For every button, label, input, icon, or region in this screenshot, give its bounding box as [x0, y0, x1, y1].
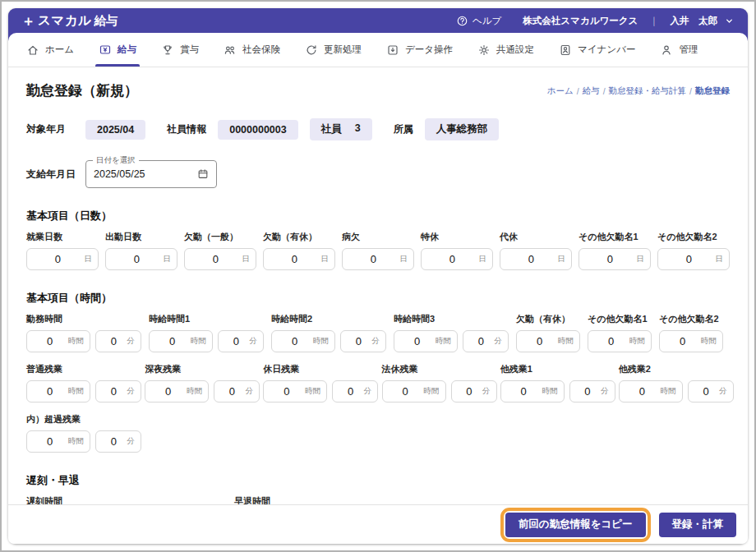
field-group: 特休 0日: [421, 231, 493, 270]
number-input[interactable]: 0日: [500, 248, 572, 270]
chevron-down-icon: [724, 16, 735, 26]
number-input[interactable]: 0時間: [26, 430, 90, 453]
number-input[interactable]: 0時間: [149, 330, 213, 352]
nav-item-payroll[interactable]: 給与: [99, 33, 136, 67]
input-value: 0: [155, 335, 189, 347]
input-value: 0: [102, 435, 126, 448]
number-input[interactable]: 0日: [657, 248, 730, 270]
number-input[interactable]: 0日: [421, 248, 493, 270]
number-input[interactable]: 0日: [579, 248, 651, 270]
nav-label: 共通設定: [496, 44, 534, 56]
number-input[interactable]: 0分: [95, 380, 141, 402]
input-unit: 時間: [68, 336, 84, 347]
field-inputs: 0時間0分: [394, 330, 509, 352]
pay-date-label: 支給年月日: [26, 168, 85, 182]
nav-label: 社会保険: [242, 44, 280, 56]
field-label: 休日残業: [263, 363, 374, 375]
breadcrumb-item: 勤怠登録・給与計算 /: [609, 85, 692, 97]
number-input[interactable]: 0時間: [271, 330, 335, 352]
register-calculate-button[interactable]: 登録・計算: [659, 513, 737, 537]
header-right: ヘルプ 株式会社スマカルワークス ｜ 入井 太郎: [456, 15, 735, 27]
field-label: 普通残業: [26, 363, 137, 375]
page-title: 勤怠登録（新規）: [26, 81, 138, 100]
field-group: 欠勤（有休） 0時間: [516, 313, 580, 352]
nav-item-mynumber[interactable]: マイナンバー: [559, 33, 635, 67]
number-input[interactable]: 0分: [214, 380, 260, 402]
logo-product-text: 給与: [94, 13, 118, 29]
number-input[interactable]: 0時間: [263, 380, 327, 402]
nav-item-home[interactable]: ホーム: [26, 33, 74, 67]
input-value: 0: [102, 385, 126, 398]
pay-date-input[interactable]: 日付を選択 2025/05/25: [85, 160, 217, 188]
number-input[interactable]: 0時間: [26, 380, 90, 402]
field-inputs: 0時間0分: [271, 330, 386, 352]
app-logo[interactable]: ＋ スマカル 給与: [21, 12, 118, 30]
number-input[interactable]: 0日: [184, 248, 256, 270]
number-input[interactable]: 0日: [26, 248, 99, 270]
main-sheet: ホーム 給与 賞与 社会保険: [8, 33, 748, 544]
number-input[interactable]: 0時間: [394, 330, 458, 352]
breadcrumb-link[interactable]: ホーム: [547, 85, 574, 97]
number-input[interactable]: 0時間: [145, 380, 209, 402]
input-value: 0: [389, 385, 422, 398]
number-input[interactable]: 0時間: [500, 380, 565, 402]
breadcrumb-link[interactable]: 勤怠登録: [695, 85, 730, 97]
help-link[interactable]: ヘルプ: [456, 15, 501, 27]
number-input[interactable]: 0時間: [659, 330, 723, 352]
breadcrumb-link[interactable]: 勤怠登録・給与計算: [609, 85, 687, 97]
input-unit: 時間: [68, 386, 84, 397]
field-inputs: 0日: [105, 248, 177, 270]
number-input[interactable]: 0時間: [516, 330, 580, 352]
copy-previous-attendance-button[interactable]: 前回の勤怠情報をコピー: [505, 513, 646, 537]
field-inputs: 0日: [26, 248, 99, 270]
number-input[interactable]: 0分: [463, 330, 509, 352]
field-label: 病欠: [342, 231, 414, 243]
breadcrumb-separator: /: [603, 86, 606, 96]
number-input[interactable]: 0分: [218, 330, 264, 352]
employee-number-badge: 社員 3: [310, 118, 372, 140]
nav-item-admin[interactable]: 管理: [660, 33, 698, 67]
number-input[interactable]: 0時間: [588, 330, 652, 352]
number-input[interactable]: 0時間: [26, 330, 90, 352]
nav-item-social-insurance[interactable]: 社会保険: [224, 33, 280, 67]
field-inputs: 0時間0分: [263, 380, 374, 402]
field-inputs: 0日: [657, 248, 730, 270]
breadcrumb: ホーム / 給与 / 勤怠登録・給与計算 /: [547, 85, 730, 97]
input-unit: 時間: [701, 336, 717, 347]
field-group: その他欠勤名2 0日: [657, 231, 730, 270]
date-picker-floating-label: 日付を選択: [93, 155, 139, 166]
number-input[interactable]: 0日: [105, 248, 177, 270]
field-label: その他欠勤名1: [579, 231, 651, 243]
nav-item-bonus[interactable]: 賞与: [161, 33, 199, 67]
nav-item-common-settings[interactable]: 共通設定: [477, 33, 534, 67]
number-input[interactable]: 0時間: [382, 380, 446, 402]
input-unit: 分: [601, 386, 609, 397]
number-input[interactable]: 0日: [342, 248, 414, 270]
field-group: 時給時間2 0時間0分: [271, 313, 386, 352]
input-value: 0: [33, 335, 67, 347]
number-input[interactable]: 0日: [263, 248, 335, 270]
input-value: 0: [102, 335, 126, 347]
number-input[interactable]: 0時間: [619, 380, 683, 402]
hours-field-row-2: 普通残業 0時間0分 深夜残業 0時間0分 休日残業 0時間0分: [26, 363, 730, 402]
number-input[interactable]: 0分: [95, 330, 141, 352]
number-input[interactable]: 0分: [332, 380, 378, 402]
input-value: 0: [278, 335, 311, 347]
screenshot-frame: ＋ スマカル 給与 ヘルプ 株式会社スマカルワークス ｜ 入井 太郎: [0, 0, 756, 552]
number-input[interactable]: 0分: [688, 380, 734, 402]
number-input[interactable]: 0分: [340, 330, 386, 352]
number-input[interactable]: 0分: [95, 430, 141, 453]
user-menu[interactable]: 入井 太郎: [671, 15, 735, 27]
field-group: 欠勤（一般） 0日: [184, 231, 256, 270]
field-label: 他残業2: [619, 363, 730, 375]
breadcrumb-link[interactable]: 給与: [583, 85, 600, 97]
input-unit: 時間: [542, 386, 558, 397]
calendar-icon[interactable]: [197, 168, 209, 180]
nav-item-data-operations[interactable]: データ操作: [386, 33, 453, 67]
number-input[interactable]: 0分: [569, 380, 615, 402]
input-value: 0: [112, 253, 162, 265]
section-basic-hours: 基本項目（時間） 勤務時間 0時間0分 時給時間1 0時間0分: [26, 291, 730, 453]
nav-item-update-process[interactable]: 更新処理: [305, 33, 362, 67]
input-value: 0: [33, 253, 83, 265]
number-input[interactable]: 0分: [451, 380, 497, 402]
